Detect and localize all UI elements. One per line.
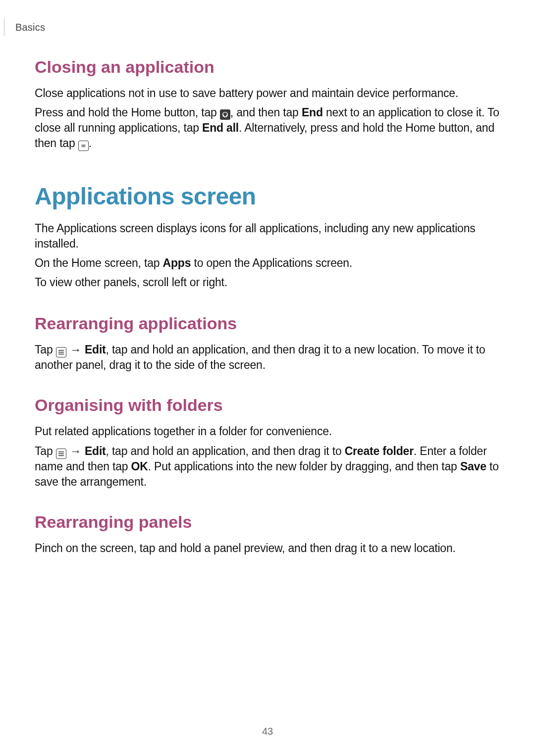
apps-screen-intro: The Applications screen displays icons f… bbox=[35, 221, 500, 252]
bold-edit: Edit bbox=[85, 445, 106, 457]
heading-applications-screen: Applications screen bbox=[35, 183, 500, 210]
page-number: 43 bbox=[0, 726, 535, 737]
bold-edit: Edit bbox=[85, 343, 106, 356]
text-fragment: Tap bbox=[35, 445, 56, 457]
organising-folders-intro: Put related applications together in a f… bbox=[35, 424, 500, 439]
heading-closing-application: Closing an application bbox=[35, 57, 500, 77]
text-fragment: . bbox=[89, 137, 92, 150]
menu-icon bbox=[56, 449, 66, 459]
text-fragment: , tap and hold an application, and then … bbox=[106, 445, 345, 457]
section-rearranging-panels: Rearranging panels Pinch on the screen, … bbox=[35, 512, 500, 556]
closing-app-intro: Close applications not in use to save ba… bbox=[35, 86, 500, 101]
text-fragment: Tap bbox=[35, 343, 56, 356]
bold-end: End bbox=[302, 106, 323, 119]
bold-apps: Apps bbox=[163, 256, 191, 269]
running-header: Basics bbox=[4, 19, 500, 36]
page-content: Basics Closing an application Close appl… bbox=[0, 0, 535, 556]
apps-screen-scroll: To view other panels, scroll left or rig… bbox=[35, 275, 500, 290]
section-organising-folders: Organising with folders Put related appl… bbox=[35, 396, 500, 489]
section-rearranging-applications: Rearranging applications Tap → Edit, tap… bbox=[35, 314, 500, 373]
bold-save: Save bbox=[460, 460, 486, 473]
header-divider bbox=[4, 19, 4, 36]
arrow-icon: → bbox=[69, 445, 82, 457]
rearranging-panels-steps: Pinch on the screen, tap and hold a pane… bbox=[35, 541, 500, 556]
bold-ok: OK bbox=[131, 460, 148, 473]
bold-create-folder: Create folder bbox=[345, 445, 414, 457]
section-breadcrumb: Basics bbox=[15, 22, 45, 33]
apps-screen-open: On the Home screen, tap Apps to open the… bbox=[35, 255, 500, 271]
heading-organising-folders: Organising with folders bbox=[35, 396, 500, 415]
text-fragment: to open the Applications screen. bbox=[191, 256, 352, 269]
text-fragment: . Put applications into the new folder b… bbox=[148, 460, 460, 473]
rearranging-apps-steps: Tap → Edit, tap and hold an application,… bbox=[35, 342, 500, 373]
heading-rearranging-panels: Rearranging panels bbox=[35, 512, 500, 532]
text-fragment: , and then tap bbox=[230, 106, 302, 119]
heading-rearranging-applications: Rearranging applications bbox=[35, 314, 500, 333]
menu-icon bbox=[56, 347, 66, 357]
task-manager-icon bbox=[220, 109, 230, 120]
arrow-icon: → bbox=[69, 343, 82, 356]
organising-folders-steps: Tap → Edit, tap and hold an application,… bbox=[35, 444, 500, 490]
text-fragment: On the Home screen, tap bbox=[35, 256, 163, 269]
section-closing-application: Closing an application Close application… bbox=[35, 57, 500, 151]
bold-end-all: End all bbox=[202, 121, 239, 134]
close-all-icon bbox=[78, 141, 89, 151]
text-fragment: Press and hold the Home button, tap bbox=[35, 106, 220, 119]
closing-app-steps: Press and hold the Home button, tap , an… bbox=[35, 105, 500, 151]
